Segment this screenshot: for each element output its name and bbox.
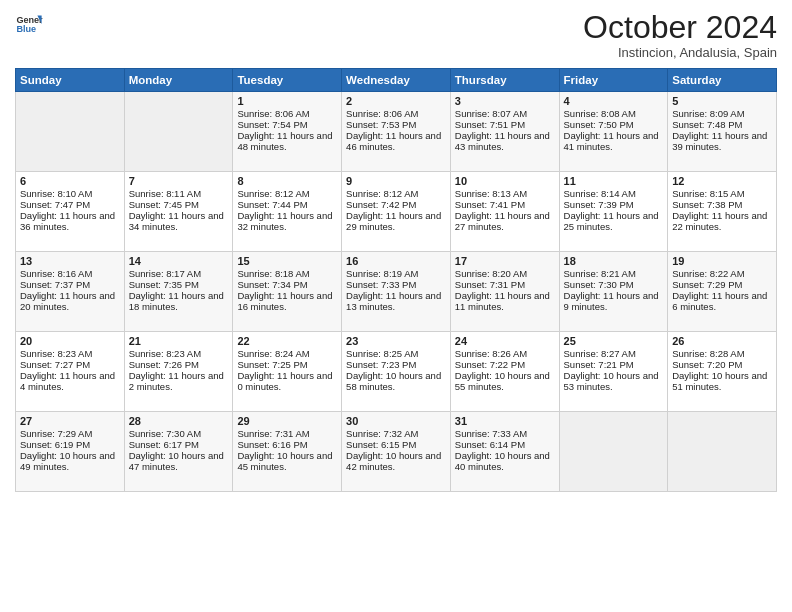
sunset-text: Sunset: 6:19 PM [20,439,90,450]
daylight-text: Daylight: 10 hours and 51 minutes. [672,370,767,392]
day-number: 14 [129,255,229,267]
sunrise-text: Sunrise: 8:13 AM [455,188,527,199]
sunset-text: Sunset: 7:22 PM [455,359,525,370]
sunset-text: Sunset: 7:44 PM [237,199,307,210]
day-number: 6 [20,175,120,187]
calendar-cell: 1Sunrise: 8:06 AMSunset: 7:54 PMDaylight… [233,92,342,172]
sunset-text: Sunset: 7:31 PM [455,279,525,290]
month-title: October 2024 [583,10,777,45]
sunset-text: Sunset: 7:25 PM [237,359,307,370]
calendar-cell: 30Sunrise: 7:32 AMSunset: 6:15 PMDayligh… [342,412,451,492]
sunrise-text: Sunrise: 8:07 AM [455,108,527,119]
daylight-text: Daylight: 11 hours and 29 minutes. [346,210,441,232]
sunrise-text: Sunrise: 7:31 AM [237,428,309,439]
sunset-text: Sunset: 7:51 PM [455,119,525,130]
day-number: 5 [672,95,772,107]
calendar-cell: 3Sunrise: 8:07 AMSunset: 7:51 PMDaylight… [450,92,559,172]
calendar-header-cell: Tuesday [233,69,342,92]
sunset-text: Sunset: 7:41 PM [455,199,525,210]
calendar-cell [559,412,668,492]
sunrise-text: Sunrise: 8:28 AM [672,348,744,359]
sunrise-text: Sunrise: 7:33 AM [455,428,527,439]
day-number: 2 [346,95,446,107]
day-number: 30 [346,415,446,427]
sunset-text: Sunset: 7:42 PM [346,199,416,210]
sunset-text: Sunset: 7:20 PM [672,359,742,370]
daylight-text: Daylight: 11 hours and 36 minutes. [20,210,115,232]
calendar-cell: 11Sunrise: 8:14 AMSunset: 7:39 PMDayligh… [559,172,668,252]
day-number: 29 [237,415,337,427]
sunrise-text: Sunrise: 8:21 AM [564,268,636,279]
sunset-text: Sunset: 7:53 PM [346,119,416,130]
daylight-text: Daylight: 11 hours and 27 minutes. [455,210,550,232]
calendar-cell: 15Sunrise: 8:18 AMSunset: 7:34 PMDayligh… [233,252,342,332]
calendar-cell: 31Sunrise: 7:33 AMSunset: 6:14 PMDayligh… [450,412,559,492]
daylight-text: Daylight: 11 hours and 22 minutes. [672,210,767,232]
sunrise-text: Sunrise: 8:24 AM [237,348,309,359]
calendar-header-cell: Monday [124,69,233,92]
calendar-header-cell: Friday [559,69,668,92]
daylight-text: Daylight: 11 hours and 34 minutes. [129,210,224,232]
header: General Blue October 2024 Instincion, An… [15,10,777,60]
page: General Blue October 2024 Instincion, An… [0,0,792,612]
daylight-text: Daylight: 10 hours and 42 minutes. [346,450,441,472]
calendar-week-row: 6Sunrise: 8:10 AMSunset: 7:47 PMDaylight… [16,172,777,252]
day-number: 3 [455,95,555,107]
subtitle: Instincion, Andalusia, Spain [583,45,777,60]
calendar-cell: 20Sunrise: 8:23 AMSunset: 7:27 PMDayligh… [16,332,125,412]
daylight-text: Daylight: 11 hours and 46 minutes. [346,130,441,152]
daylight-text: Daylight: 11 hours and 9 minutes. [564,290,659,312]
day-number: 7 [129,175,229,187]
calendar-body: 1Sunrise: 8:06 AMSunset: 7:54 PMDaylight… [16,92,777,492]
calendar-cell: 9Sunrise: 8:12 AMSunset: 7:42 PMDaylight… [342,172,451,252]
day-number: 28 [129,415,229,427]
daylight-text: Daylight: 11 hours and 11 minutes. [455,290,550,312]
calendar-cell: 19Sunrise: 8:22 AMSunset: 7:29 PMDayligh… [668,252,777,332]
sunrise-text: Sunrise: 8:18 AM [237,268,309,279]
calendar-cell: 2Sunrise: 8:06 AMSunset: 7:53 PMDaylight… [342,92,451,172]
daylight-text: Daylight: 10 hours and 45 minutes. [237,450,332,472]
sunrise-text: Sunrise: 8:16 AM [20,268,92,279]
sunset-text: Sunset: 7:21 PM [564,359,634,370]
day-number: 1 [237,95,337,107]
sunrise-text: Sunrise: 8:26 AM [455,348,527,359]
sunrise-text: Sunrise: 8:14 AM [564,188,636,199]
logo: General Blue [15,10,43,38]
sunset-text: Sunset: 6:14 PM [455,439,525,450]
day-number: 18 [564,255,664,267]
sunset-text: Sunset: 7:47 PM [20,199,90,210]
calendar-cell: 10Sunrise: 8:13 AMSunset: 7:41 PMDayligh… [450,172,559,252]
daylight-text: Daylight: 11 hours and 43 minutes. [455,130,550,152]
daylight-text: Daylight: 11 hours and 20 minutes. [20,290,115,312]
sunset-text: Sunset: 7:29 PM [672,279,742,290]
sunrise-text: Sunrise: 8:06 AM [237,108,309,119]
day-number: 23 [346,335,446,347]
day-number: 13 [20,255,120,267]
sunset-text: Sunset: 6:16 PM [237,439,307,450]
daylight-text: Daylight: 11 hours and 41 minutes. [564,130,659,152]
calendar-cell: 7Sunrise: 8:11 AMSunset: 7:45 PMDaylight… [124,172,233,252]
sunset-text: Sunset: 6:15 PM [346,439,416,450]
sunset-text: Sunset: 7:54 PM [237,119,307,130]
daylight-text: Daylight: 10 hours and 58 minutes. [346,370,441,392]
calendar-cell: 13Sunrise: 8:16 AMSunset: 7:37 PMDayligh… [16,252,125,332]
sunset-text: Sunset: 7:45 PM [129,199,199,210]
day-number: 22 [237,335,337,347]
daylight-text: Daylight: 11 hours and 0 minutes. [237,370,332,392]
sunrise-text: Sunrise: 8:10 AM [20,188,92,199]
daylight-text: Daylight: 11 hours and 16 minutes. [237,290,332,312]
calendar-week-row: 20Sunrise: 8:23 AMSunset: 7:27 PMDayligh… [16,332,777,412]
sunset-text: Sunset: 7:35 PM [129,279,199,290]
day-number: 12 [672,175,772,187]
sunset-text: Sunset: 7:26 PM [129,359,199,370]
day-number: 24 [455,335,555,347]
sunrise-text: Sunrise: 8:22 AM [672,268,744,279]
calendar-cell: 27Sunrise: 7:29 AMSunset: 6:19 PMDayligh… [16,412,125,492]
calendar-table: SundayMondayTuesdayWednesdayThursdayFrid… [15,68,777,492]
day-number: 17 [455,255,555,267]
daylight-text: Daylight: 11 hours and 48 minutes. [237,130,332,152]
daylight-text: Daylight: 11 hours and 18 minutes. [129,290,224,312]
calendar-header-cell: Saturday [668,69,777,92]
daylight-text: Daylight: 11 hours and 25 minutes. [564,210,659,232]
sunrise-text: Sunrise: 7:32 AM [346,428,418,439]
